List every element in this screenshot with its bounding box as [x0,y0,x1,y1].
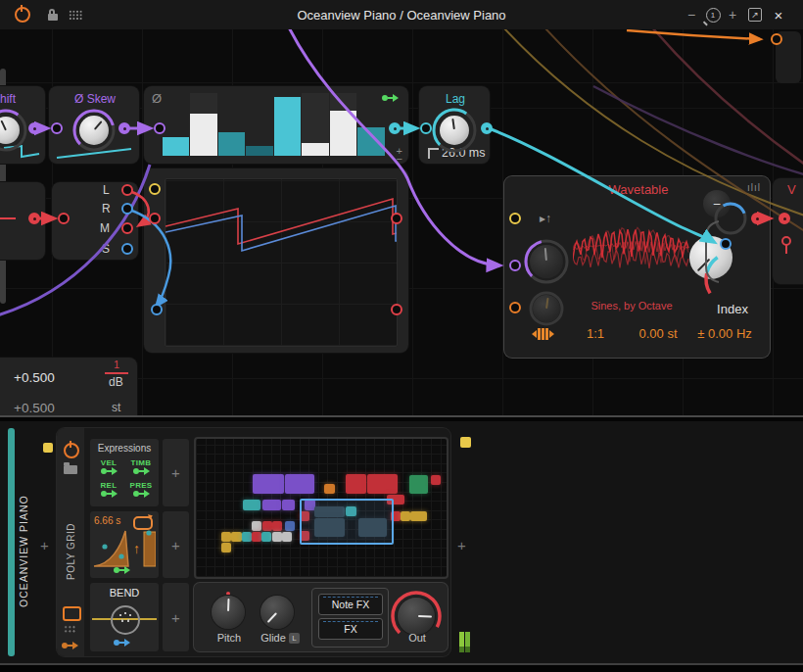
minimap-module-block[interactable] [285,521,295,531]
minimap-module-block[interactable] [272,532,282,542]
scope-out1-port[interactable] [391,213,402,224]
track-name[interactable]: OCEANVIEW PIANO [13,480,34,607]
bend-wheel-icon[interactable] [111,605,140,635]
module-v[interactable]: V [773,178,803,284]
steps-out-port[interactable] [389,122,401,134]
zoom-in-button[interactable]: + [725,0,740,29]
split-r-port[interactable] [121,203,133,215]
expanded-view-icon[interactable] [63,606,81,621]
step-6[interactable] [302,93,329,156]
split-in-port[interactable] [58,213,70,224]
close-button[interactable]: × [771,0,786,29]
minimap-module-block[interactable] [242,532,252,542]
add-device-after-button[interactable]: + [457,537,466,553]
minimap-module-block[interactable] [285,474,314,494]
patch-minimap[interactable] [194,437,449,579]
step-7[interactable] [330,93,357,156]
lag-value[interactable]: 26.0 ms [442,146,485,160]
scope-in2-port[interactable] [151,304,163,315]
wavetable-gate-port[interactable] [509,213,521,224]
lag-knob[interactable] [440,116,469,145]
modulation-routes-icon[interactable] [62,642,78,649]
step-2[interactable] [190,93,217,156]
minimap-module-block[interactable] [252,521,261,531]
minimap-module-block[interactable] [346,474,366,494]
wavetable-knob-1[interactable] [530,245,563,278]
envelope-panel[interactable]: 6.66 s ↑ [90,511,159,578]
lag-in-port[interactable] [420,122,432,134]
minimap-module-block[interactable] [282,500,295,510]
loop-icon[interactable] [133,516,153,530]
expressions-panel[interactable]: Expressions VELTIMBRELPRES [90,439,159,506]
scope-in1-port[interactable] [149,213,161,224]
minimap-module-block[interactable] [262,521,272,531]
module-value[interactable]: +0.500 1 dB +0.500 st [0,358,137,415]
wavetable-tune[interactable]: 0.00 st [638,326,677,341]
wavetable-ratio[interactable]: 1:1 [587,326,604,341]
minimap-selection[interactable] [300,499,394,545]
scope-out2-port[interactable] [391,304,402,315]
steps-count-controls[interactable]: + − [397,147,402,163]
minimap-module-block[interactable] [431,475,441,485]
split-l-port[interactable] [121,184,133,196]
zoom-out-button[interactable]: − [684,0,699,29]
step-8[interactable] [357,93,385,156]
expression-vel[interactable]: VEL [92,458,125,476]
minimap-module-block[interactable] [282,532,292,542]
add-modulator-button-3[interactable]: + [163,583,189,651]
wavetable-mod-port[interactable] [720,238,732,250]
stub-out-port[interactable] [28,213,40,224]
device-enable-icon[interactable] [64,443,79,458]
add-modulator-button-1[interactable]: + [163,439,189,506]
v-in-port[interactable] [779,213,790,224]
skew-out-port[interactable] [118,122,130,134]
minimap-module-block[interactable] [253,474,284,494]
split-s-port[interactable] [121,243,133,255]
wavetable-fine[interactable]: ± 0.00 Hz [697,326,752,341]
expression-timb[interactable]: TIMB [124,458,158,476]
minimap-module-block[interactable] [243,500,260,510]
wavetable-phase-port[interactable] [509,302,521,313]
minimap-module-block[interactable] [324,484,335,494]
minimap-module-block[interactable] [262,500,281,510]
minimap-module-block[interactable] [367,474,398,494]
glide-mode-badge[interactable]: L [289,633,300,644]
value-row1[interactable]: +0.500 [14,370,55,385]
module-oscilloscope[interactable] [144,168,408,353]
wavetable-pitch-port[interactable] [509,260,521,271]
minimap-module-block[interactable] [409,475,428,494]
minimap-module-block[interactable] [221,543,231,552]
popout-button[interactable]: ↗ [747,0,763,29]
out-knob[interactable] [398,598,435,635]
steps-in-port[interactable] [154,122,165,134]
wavetable-mod-knob[interactable]: – [703,190,731,217]
minimap-module-block[interactable] [231,532,242,542]
preset-folder-icon[interactable] [64,465,77,474]
expression-pres[interactable]: PRES [124,481,158,499]
minimap-module-block[interactable] [252,532,261,542]
minimap-module-block[interactable] [261,532,271,542]
step-3[interactable] [218,93,246,156]
module-steps[interactable]: Ø + − [144,86,408,164]
zoom-level-button[interactable]: 1 [704,0,722,29]
minimap-module-block[interactable] [221,532,231,542]
wavetable-out-port[interactable] [751,213,763,224]
bend-panel[interactable]: BEND [90,583,159,651]
minimap-module-block[interactable] [401,511,410,521]
step-5[interactable] [274,93,302,156]
skew-in-port[interactable] [51,122,63,134]
wavetable-name[interactable]: Sines, by Octave [590,300,672,312]
minimap-module-block[interactable] [410,511,427,521]
grid-edit-icon[interactable] [64,625,76,634]
add-device-before-button[interactable]: + [40,537,49,553]
value-row2[interactable]: +0.500 [14,401,55,415]
lag-out-port[interactable] [481,122,493,134]
envelope-time[interactable]: 6.66 s [94,515,120,526]
fx-button[interactable]: FX [318,618,383,640]
pitch-knob[interactable] [212,596,245,629]
poly-grid-device[interactable]: POLY GRID Expressions VELTIMBRELPRES + 6… [57,428,450,656]
module-wavetable[interactable]: Wavetable ılıl ▸↑ Sines, by Octave – Ind… [504,176,770,358]
step-1[interactable] [163,93,190,156]
step-4[interactable] [246,93,273,156]
wavetable-knob-2[interactable] [533,295,560,322]
